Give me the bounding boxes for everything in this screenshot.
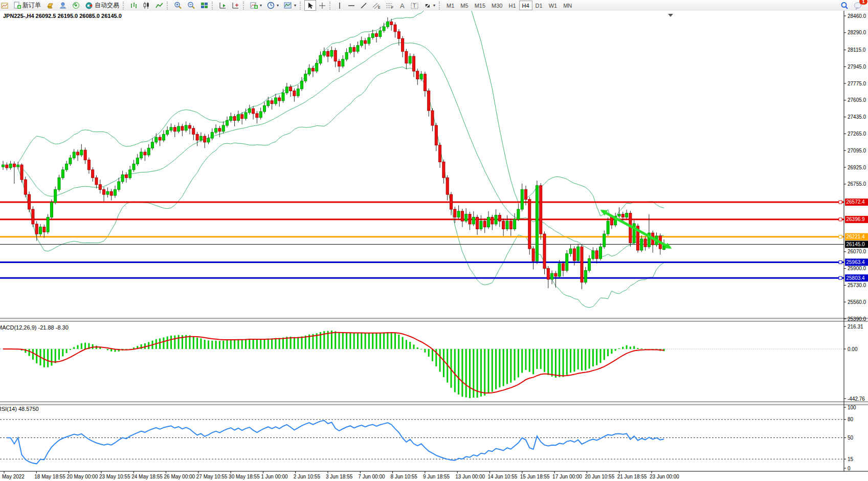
candle — [483, 221, 486, 227]
price-line-handle[interactable] — [839, 260, 842, 264]
signals-button[interactable] — [70, 0, 82, 11]
timeframe-w1-button[interactable]: W1 — [546, 1, 561, 10]
notifications-button[interactable]: 1 — [851, 0, 865, 11]
timeframe-m15-button[interactable]: M15 — [472, 1, 488, 10]
gold-ingot-icon — [46, 2, 54, 9]
panel-separator[interactable] — [0, 318, 868, 321]
bar-chart-mode-button[interactable] — [127, 0, 140, 11]
candle — [334, 50, 337, 61]
new-order-button[interactable]: 新订单 — [11, 0, 43, 11]
timeframe-mn-button[interactable]: MN — [560, 1, 575, 10]
time-axis-label: May 2022 — [2, 474, 25, 479]
price-line-handle[interactable] — [839, 201, 842, 204]
time-axis-label: 17 Jun 00:00 — [552, 474, 582, 479]
text-label-tool-button[interactable]: T — [408, 0, 421, 11]
chart-window-icon[interactable] — [0, 0, 11, 11]
search-icon — [840, 2, 849, 10]
candle — [166, 130, 169, 135]
candle — [368, 37, 370, 43]
candle — [357, 46, 359, 52]
zoom-in-button[interactable] — [171, 0, 185, 11]
candle — [442, 162, 445, 178]
time-axis-label: 18 May 18:55 — [34, 474, 65, 479]
templates-button[interactable]: ▾ — [281, 0, 299, 11]
cursor-tool-button[interactable] — [304, 0, 316, 11]
price-axis-label: 26925.0 — [848, 165, 866, 170]
price-axis-label: 27265.0 — [848, 131, 866, 137]
candle — [204, 136, 206, 142]
candle — [185, 125, 187, 130]
time-axis-label: 8 Jun 10:55 — [391, 474, 418, 479]
candle — [61, 170, 64, 178]
crosshair-tool-button[interactable] — [316, 0, 328, 11]
chart-canvas[interactable]: 28460.028290.028115.027945.027775.027605… — [0, 11, 868, 481]
price-line-handle[interactable] — [839, 218, 842, 221]
vertical-line-tool-button[interactable] — [334, 0, 345, 11]
timeframe-h4-button[interactable]: H4 — [519, 1, 532, 10]
candle — [543, 234, 546, 268]
candle — [151, 142, 154, 148]
chart-area[interactable]: 28460.028290.028115.027945.027775.027605… — [0, 11, 868, 481]
candle — [514, 219, 516, 229]
time-axis-label: 26 May 00:00 — [164, 474, 195, 479]
trendline-tool-button[interactable] — [358, 0, 370, 11]
svg-text:A: A — [400, 2, 405, 9]
bollinger-middle-band[interactable] — [18, 42, 664, 257]
channel-tool-button[interactable]: E — [370, 0, 383, 11]
toolbar-grip — [243, 2, 247, 10]
candle — [323, 51, 325, 55]
zoom-out-button[interactable] — [185, 0, 198, 11]
periods-button[interactable]: ▾ — [264, 0, 281, 11]
fibonacci-tool-button[interactable]: F — [383, 0, 396, 11]
candlestick-mode-button[interactable] — [140, 0, 153, 11]
search-button[interactable] — [838, 0, 851, 11]
price-line-handle[interactable] — [839, 276, 842, 279]
candle — [644, 239, 647, 247]
candle — [256, 114, 258, 118]
chart-autoscroll-button[interactable] — [229, 0, 242, 11]
candle — [297, 89, 299, 96]
time-axis-label: 1 Jun 00:00 — [261, 474, 288, 479]
horizontal-line-tool-button[interactable] — [345, 0, 358, 11]
candle — [69, 158, 72, 164]
price-badge-label: 26396.9 — [847, 216, 865, 222]
time-axis-label: 14 Jun 10:55 — [488, 474, 518, 479]
autotrading-button[interactable]: 自动交易 — [82, 0, 122, 11]
timeframe-h1-button[interactable]: H1 — [505, 1, 519, 10]
price-line-handle[interactable] — [839, 235, 842, 238]
candle — [379, 31, 382, 37]
indicators-button[interactable]: ▾ — [248, 0, 264, 11]
candle — [80, 150, 83, 155]
text-tool-button[interactable]: A — [396, 0, 408, 11]
panel-separator[interactable] — [0, 402, 868, 405]
candle — [319, 55, 322, 63]
zoom-out-icon — [187, 2, 195, 9]
candle — [125, 174, 127, 178]
timeframe-m30-button[interactable]: M30 — [488, 1, 505, 10]
candle — [77, 152, 79, 155]
chart-shift-marker[interactable] — [668, 14, 673, 17]
candle — [592, 251, 594, 258]
toolbar-grip — [123, 2, 126, 10]
candle — [196, 134, 198, 140]
candle — [558, 264, 561, 276]
chart-forward-button[interactable] — [216, 0, 229, 11]
timeframe-m1-button[interactable]: M1 — [443, 1, 457, 10]
candle — [252, 108, 255, 114]
community-button[interactable] — [57, 0, 70, 11]
market-watch-button[interactable] — [43, 0, 57, 11]
zoom-in-icon — [174, 2, 182, 9]
timeframe-d1-button[interactable]: D1 — [532, 1, 546, 10]
new-order-icon — [13, 2, 21, 9]
tile-windows-button[interactable] — [198, 0, 211, 11]
candle — [189, 125, 191, 128]
arrows-tool-button[interactable]: ▾ — [421, 0, 438, 11]
line-chart-mode-button[interactable] — [153, 0, 166, 11]
time-axis-label: 7 Jun 00:00 — [358, 474, 385, 479]
candle — [491, 217, 494, 224]
candle — [554, 273, 557, 276]
tile-windows-icon — [201, 2, 208, 9]
timeframe-m5-button[interactable]: M5 — [457, 1, 471, 10]
toolbar-grip — [300, 2, 303, 10]
price-axis-label: 27775.0 — [848, 81, 866, 86]
